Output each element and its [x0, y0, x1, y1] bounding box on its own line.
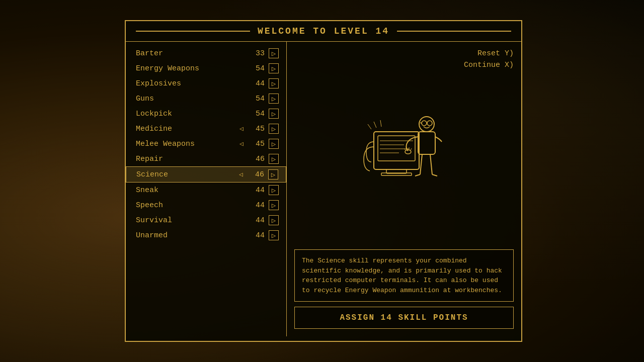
skill-value: 45: [251, 140, 265, 148]
skill-value: 44: [251, 216, 265, 225]
assign-points-label: ASSIGN 14 SKILL POINTS: [340, 313, 468, 322]
svg-point-9: [422, 121, 427, 126]
skill-name: Barter: [136, 49, 239, 58]
skill-row[interactable]: Melee Weapons◁45▷: [126, 136, 286, 151]
skill-increase-button[interactable]: ▷: [269, 230, 279, 240]
skill-increase-button[interactable]: ▷: [269, 109, 279, 119]
skill-increase-button[interactable]: ▷: [269, 78, 279, 88]
panel-body: Barter33▷Energy Weapons54▷Explosives44▷G…: [126, 42, 521, 336]
skill-name: Repair: [136, 155, 239, 163]
reset-label: Reset: [477, 49, 500, 58]
skill-increase-button[interactable]: ▷: [269, 200, 279, 210]
skill-name: Survival: [136, 216, 239, 225]
svg-line-14: [368, 124, 371, 129]
skill-name: Speech: [136, 201, 239, 210]
svg-line-11: [420, 123, 422, 123]
level-up-panel: WELCOME TO LEVEL 14 Barter33▷Energy Weap…: [125, 20, 522, 342]
skill-name: Science: [136, 170, 239, 179]
skill-row[interactable]: Survival44▷: [126, 213, 286, 228]
skill-name: Sneak: [136, 186, 239, 195]
svg-rect-0: [374, 132, 419, 169]
skill-increase-button[interactable]: ▷: [269, 63, 279, 73]
title-line-right: [397, 31, 511, 32]
skill-increase-button[interactable]: ▷: [269, 139, 279, 149]
skill-increase-button[interactable]: ▷: [269, 154, 279, 164]
skill-name: Lockpick: [136, 110, 239, 118]
svg-rect-7: [381, 173, 412, 175]
skill-value: 44: [251, 201, 265, 210]
skill-increase-button[interactable]: ▷: [268, 169, 278, 179]
skill-row[interactable]: Sneak44▷: [126, 183, 286, 198]
svg-line-15: [374, 122, 376, 128]
skill-value: 54: [251, 95, 265, 103]
skill-row[interactable]: Science◁46▷: [126, 166, 286, 183]
skill-row[interactable]: Medicine◁45▷: [126, 121, 286, 136]
skill-description-text: The Science skill represents your combin…: [302, 256, 506, 295]
skill-name: Energy Weapons: [136, 64, 239, 73]
svg-line-21: [411, 148, 412, 150]
skill-row[interactable]: Lockpick54▷: [126, 106, 286, 121]
skill-row[interactable]: Speech44▷: [126, 198, 286, 213]
skill-decrease-arrow[interactable]: ◁: [239, 125, 248, 133]
skill-decrease-arrow[interactable]: ◁: [239, 140, 248, 148]
skill-row[interactable]: Unarmed44▷: [126, 228, 286, 243]
skill-value: 44: [251, 231, 265, 240]
reset-button[interactable]: Reset Y): [477, 49, 514, 58]
skill-name: Explosives: [136, 79, 239, 88]
continue-button[interactable]: Continue X): [464, 61, 514, 69]
skill-increase-button[interactable]: ▷: [269, 215, 279, 225]
svg-rect-13: [418, 132, 435, 154]
assign-points-box[interactable]: ASSIGN 14 SKILL POINTS: [294, 307, 514, 329]
vault-boy-illustration: [359, 97, 449, 197]
svg-point-10: [427, 121, 432, 126]
skill-name: Medicine: [136, 125, 239, 133]
skill-value: 46: [251, 155, 265, 163]
skill-row[interactable]: Barter33▷: [126, 46, 286, 61]
skill-value: 44: [251, 79, 265, 88]
skill-value: 54: [251, 110, 265, 118]
skill-value: 44: [251, 186, 265, 195]
skill-value: 46: [250, 170, 264, 179]
control-buttons: Reset Y) Continue X): [464, 49, 514, 69]
skill-row[interactable]: Explosives44▷: [126, 76, 286, 91]
panel-title: WELCOME TO LEVEL 14: [258, 26, 389, 36]
right-panel: Reset Y) Continue X): [287, 42, 521, 336]
skill-increase-button[interactable]: ▷: [269, 124, 279, 134]
skill-name: Melee Weapons: [136, 140, 239, 148]
skill-value: 33: [251, 49, 265, 58]
title-line-left: [136, 31, 250, 32]
skill-increase-button[interactable]: ▷: [269, 48, 279, 58]
skill-decrease-arrow[interactable]: ◁: [239, 170, 247, 178]
skill-increase-button[interactable]: ▷: [269, 185, 279, 195]
skill-name: Guns: [136, 95, 239, 103]
reset-key: Y): [505, 49, 514, 58]
skills-list: Barter33▷Energy Weapons54▷Explosives44▷G…: [126, 42, 287, 336]
skill-row[interactable]: Repair46▷: [126, 151, 286, 166]
skill-description-box: The Science skill represents your combin…: [294, 249, 514, 302]
vault-boy-area: [294, 49, 514, 249]
skill-row[interactable]: Energy Weapons54▷: [126, 61, 286, 76]
skill-name: Unarmed: [136, 231, 239, 240]
title-bar: WELCOME TO LEVEL 14: [126, 21, 521, 42]
skill-increase-button[interactable]: ▷: [269, 94, 279, 104]
continue-key: X): [505, 61, 514, 69]
svg-line-16: [380, 120, 381, 127]
skill-value: 54: [251, 64, 265, 73]
continue-label: Continue: [464, 61, 500, 69]
skill-value: 45: [251, 125, 265, 133]
skill-row[interactable]: Guns54▷: [126, 91, 286, 106]
